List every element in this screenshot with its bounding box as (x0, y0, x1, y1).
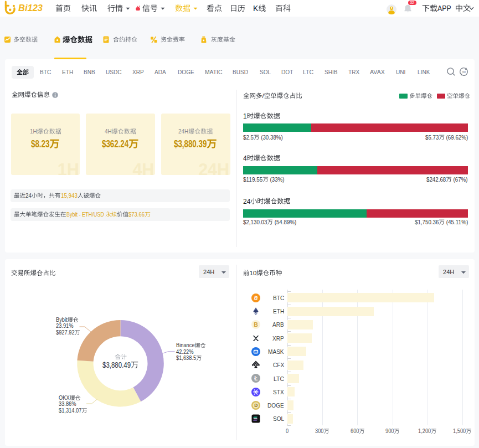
svg-text:STX: STX (273, 388, 284, 395)
svg-text:0: 0 (286, 428, 289, 434)
svg-text:(30.38%): (30.38%) (261, 133, 283, 140)
svg-text:(33%): (33%) (270, 176, 285, 182)
svg-text:CFX: CFX (273, 362, 284, 368)
svg-text:BTC: BTC (273, 295, 285, 301)
svg-text:$2.5: $2.5 (243, 133, 254, 140)
svg-text:24H: 24H (178, 128, 188, 135)
svg-text:K: K (253, 4, 259, 13)
svg-text:SOL: SOL (273, 415, 284, 422)
svg-text:(54.89%): (54.89%) (275, 218, 297, 225)
svg-text:BUSD: BUSD (233, 69, 248, 75)
svg-text:TRX: TRX (348, 69, 359, 75)
svg-text:(69.62%): (69.62%) (446, 133, 468, 140)
svg-text:$8.23: $8.23 (31, 138, 49, 150)
svg-text:$3,880.49: $3,880.49 (102, 361, 131, 369)
svg-text:10: 10 (250, 270, 257, 276)
svg-text:ARB: ARB (272, 321, 284, 328)
svg-text:B: B (254, 321, 258, 328)
svg-text:24: 24 (25, 192, 32, 199)
svg-text:$242.68: $242.68 (426, 176, 446, 182)
svg-text:$362.24: $362.24 (102, 138, 129, 150)
svg-text:LTC: LTC (303, 69, 313, 75)
svg-text:LINK: LINK (418, 69, 430, 75)
svg-text:USDC: USDC (106, 69, 122, 75)
svg-text:$5.73: $5.73 (425, 133, 439, 140)
svg-text:ETH: ETH (62, 69, 73, 75)
svg-text:SHIB: SHIB (325, 69, 338, 75)
svg-text:(45.11%): (45.11%) (446, 218, 468, 225)
svg-text:$1,314.07: $1,314.07 (59, 408, 82, 414)
svg-text:$73.66: $73.66 (128, 211, 145, 218)
svg-text:24H: 24H (443, 269, 454, 275)
svg-text:1,500: 1,500 (453, 428, 466, 434)
svg-text:DOGE: DOGE (178, 69, 194, 75)
svg-text:24: 24 (243, 197, 251, 205)
svg-text:BNB: BNB (84, 69, 95, 75)
svg-text:ETH: ETH (273, 308, 284, 315)
svg-text:$927.92: $927.92 (56, 329, 75, 336)
svg-text:$2,130.03: $2,130.03 (243, 218, 267, 225)
svg-text:XRP: XRP (272, 334, 284, 341)
svg-text:XRP: XRP (132, 69, 144, 75)
svg-text:15,943: 15,943 (61, 192, 78, 199)
svg-text:UNI: UNI (396, 69, 405, 75)
svg-text:SOL: SOL (260, 69, 271, 75)
svg-text:MATIC: MATIC (205, 69, 223, 75)
svg-text:MASK: MASK (268, 348, 284, 355)
svg-text:$1,750.36: $1,750.36 (415, 218, 439, 225)
svg-text:/: / (262, 92, 265, 99)
svg-text:4: 4 (243, 155, 247, 162)
svg-text:900: 900 (385, 428, 394, 434)
svg-text:LTC: LTC (274, 375, 284, 382)
svg-text:1: 1 (243, 112, 247, 120)
svg-text:ADA: ADA (154, 69, 166, 75)
svg-text:Bybit - ETH/USD: Bybit - ETH/USD (66, 211, 104, 218)
svg-text:1H: 1H (30, 128, 37, 135)
svg-text:$3,880.39: $3,880.39 (174, 138, 207, 150)
svg-text:30: 30 (462, 70, 466, 74)
svg-text:BTC: BTC (40, 69, 51, 75)
svg-text:DOT: DOT (281, 69, 293, 75)
svg-text:$1,638.5: $1,638.5 (176, 355, 197, 361)
svg-text:24H: 24H (203, 269, 214, 275)
svg-text:APP: APP (437, 4, 451, 13)
svg-text:4H: 4H (105, 128, 112, 135)
svg-text:AVAX: AVAX (370, 69, 385, 75)
svg-text:$119.55: $119.55 (243, 176, 262, 182)
svg-text:D: D (254, 403, 257, 408)
svg-text:600: 600 (351, 428, 359, 434)
svg-text:1,200: 1,200 (418, 428, 431, 434)
svg-text:300: 300 (315, 428, 324, 434)
svg-text:(67%): (67%) (454, 176, 468, 182)
svg-text:DOGE: DOGE (267, 402, 284, 409)
